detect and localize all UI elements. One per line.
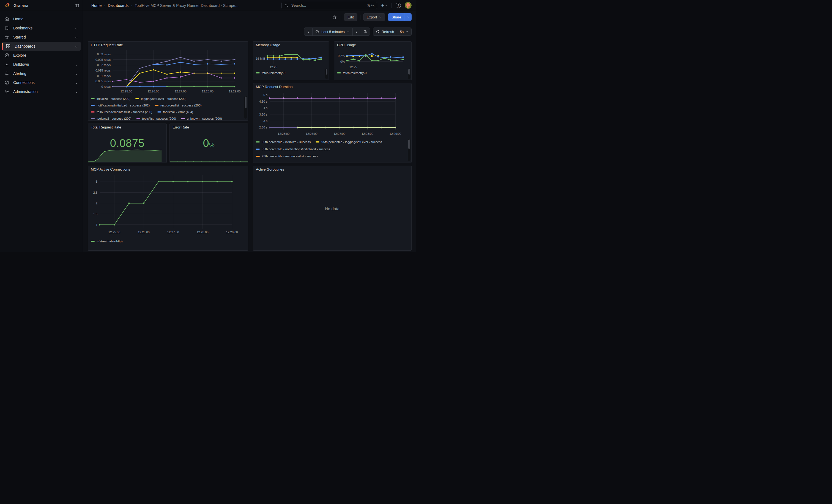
bookmark-icon xyxy=(4,26,9,30)
sidebar-item-explore[interactable]: Explore xyxy=(2,51,81,60)
legend-scrollbar-thumb[interactable] xyxy=(408,69,410,75)
new-menu-button[interactable]: + xyxy=(381,3,388,8)
legend-scrollbar-thumb[interactable] xyxy=(408,139,410,149)
sidebar-item-dashboards[interactable]: Dashboards xyxy=(2,42,81,51)
svg-text:16 MiB: 16 MiB xyxy=(256,57,265,60)
legend-item[interactable]: initialize - success (200) xyxy=(91,97,130,100)
sidebar-item-alerting[interactable]: Alerting xyxy=(2,69,81,78)
export-button[interactable]: Export xyxy=(363,13,386,21)
time-shift-back-button[interactable] xyxy=(304,27,313,36)
help-icon: ? xyxy=(396,3,401,8)
refresh-interval-picker[interactable]: 5s xyxy=(397,27,412,36)
sidebar-item-administration[interactable]: Administration xyxy=(2,87,81,96)
http-legend: initialize - success (200)logging/setLev… xyxy=(91,96,243,120)
sidebar: Home Bookmarks Starred Dashboards xyxy=(0,11,83,252)
sidebar-item-connections[interactable]: Connections xyxy=(2,78,81,87)
refresh-label: Refresh xyxy=(382,30,394,34)
sidebar-item-drilldown[interactable]: Drilldown xyxy=(2,60,81,69)
breadcrumb-dashboards[interactable]: Dashboards xyxy=(108,3,129,8)
sidebar-item-bookmarks[interactable]: Bookmarks xyxy=(2,24,81,32)
search-input[interactable] xyxy=(290,3,365,8)
panel-title[interactable]: Memory Usage xyxy=(253,42,329,47)
share-button[interactable]: Share xyxy=(388,13,405,21)
svg-text:1: 1 xyxy=(96,223,97,227)
help-button[interactable]: ? xyxy=(396,3,401,8)
legend-item[interactable]: 95th percentile - notifications/initiali… xyxy=(256,148,330,151)
chevron-down-icon[interactable] xyxy=(75,81,78,85)
svg-text:12:28:00: 12:28:00 xyxy=(362,132,373,135)
chevron-down-icon[interactable] xyxy=(75,90,78,95)
time-shift-forward-button[interactable] xyxy=(353,27,361,36)
panel-title[interactable]: Active Goroutines xyxy=(253,166,411,171)
search-box[interactable]: ⌘+k xyxy=(282,2,377,9)
svg-text:12:29:00: 12:29:00 xyxy=(229,90,241,93)
panel-title[interactable]: MCP Request Duration xyxy=(253,83,411,89)
legend-item[interactable]: 95th percentile - resources/list - succe… xyxy=(256,155,318,158)
svg-text:0.015 req/s: 0.015 req/s xyxy=(96,69,111,72)
chevron-down-icon[interactable] xyxy=(75,27,78,31)
chevron-down-icon[interactable] xyxy=(75,72,78,77)
legend-row: notifications/initialized - success (202… xyxy=(91,102,243,109)
legend-item[interactable]: - (streamable-http) xyxy=(91,240,123,243)
edit-button[interactable]: Edit xyxy=(344,13,357,21)
search-shortcut: ⌘+k xyxy=(367,3,374,7)
refresh-group: Refresh 5s xyxy=(373,27,412,36)
svg-text:12:28:00: 12:28:00 xyxy=(202,90,213,93)
sidebar-item-starred[interactable]: Starred xyxy=(2,33,81,42)
panel-title[interactable]: HTTP Request Rate xyxy=(88,42,248,47)
sidebar-toggle-icon[interactable] xyxy=(74,2,80,9)
legend-item[interactable]: 95th percentile - logging/setLevel - suc… xyxy=(316,140,382,143)
share-split-button: Share xyxy=(388,13,412,21)
legend-label: initialize - success (200) xyxy=(97,97,130,100)
search-icon xyxy=(285,4,288,7)
chevron-down-icon[interactable] xyxy=(75,63,78,68)
svg-text:0.025 req/s: 0.025 req/s xyxy=(96,58,111,61)
panel-title[interactable]: CPU Usage xyxy=(334,42,411,47)
chevron-down-icon xyxy=(406,30,409,33)
legend-item[interactable]: 95th percentile - resources/templates/li… xyxy=(256,162,333,162)
panel-title[interactable]: Error Rate xyxy=(170,124,248,129)
legend-item[interactable]: tools/call - error (404) xyxy=(157,110,193,114)
legend-item[interactable]: fetch-telemetry-0 xyxy=(337,71,366,75)
panel-title[interactable]: Total Request Rate xyxy=(88,124,166,129)
breadcrumb-separator: › xyxy=(104,3,105,7)
favorite-star-button[interactable] xyxy=(331,14,338,21)
legend-item[interactable]: logging/setLevel - success (200) xyxy=(135,97,186,100)
legend-label: 95th percentile - notifications/initiali… xyxy=(262,148,330,151)
legend-item[interactable]: resources/list - success (200) xyxy=(155,104,202,107)
sidebar-item-label: Explore xyxy=(13,53,26,57)
grafana-app: Grafana Home › Dashboards › ToolHive MCP… xyxy=(0,0,416,252)
svg-text:4 s: 4 s xyxy=(263,106,267,109)
legend-swatch-icon xyxy=(316,141,319,142)
panel-title[interactable]: MCP Active Connections xyxy=(88,166,248,171)
panel-mcp-request-duration: MCP Request Duration 12:25:0012:26:0012:… xyxy=(253,83,412,163)
legend-scrollbar-thumb[interactable] xyxy=(245,97,246,108)
legend-item[interactable]: fetch-telemetry-0 xyxy=(256,71,285,75)
chevron-down-icon[interactable] xyxy=(75,45,78,49)
sidebar-item-home[interactable]: Home xyxy=(2,15,81,23)
nav-left-section: Grafana xyxy=(0,0,83,11)
legend-item[interactable]: notifications/initialized - success (202… xyxy=(91,104,150,107)
refresh-button[interactable]: Refresh xyxy=(373,27,397,36)
svg-text:0.02 req/s: 0.02 req/s xyxy=(97,63,111,67)
legend-item[interactable]: resources/templates/list - success (200) xyxy=(91,110,152,114)
legend-scrollbar-thumb[interactable] xyxy=(326,69,328,75)
chevron-down-icon[interactable] xyxy=(75,36,78,40)
legend-item[interactable]: tools/call - success (200) xyxy=(91,117,131,120)
plus-icon: + xyxy=(381,3,384,8)
breadcrumb-home[interactable]: Home xyxy=(92,3,102,8)
breadcrumb-separator: › xyxy=(131,3,132,7)
share-menu-button[interactable] xyxy=(405,13,412,21)
legend-item[interactable]: tools/list - success (200) xyxy=(136,117,176,120)
user-avatar[interactable] xyxy=(405,2,412,9)
mcp-active-connections-chart: 12:25:0012:26:0012:27:0012:28:0012:29:00… xyxy=(90,173,246,236)
zoom-out-button[interactable] xyxy=(361,27,370,36)
legend-item[interactable]: 95th percentile - initialize - success xyxy=(256,140,311,143)
legend-item[interactable]: unknown - success (200) xyxy=(181,117,222,120)
time-range-picker[interactable]: Last 5 minutes xyxy=(312,27,353,36)
panel-error-rate: Error Rate 0% xyxy=(170,124,248,163)
legend-row: - (streamable-http) xyxy=(91,238,243,244)
sidebar-item-label: Bookmarks xyxy=(13,26,32,30)
sidebar-item-label: Home xyxy=(13,17,23,21)
cpu-legend: fetch-telemetry-0 xyxy=(337,70,407,79)
